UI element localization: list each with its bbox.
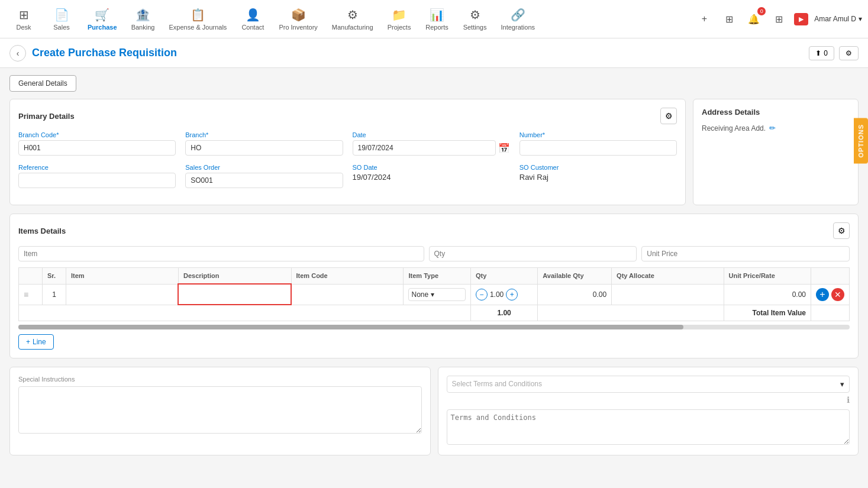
- col-description: Description: [178, 268, 291, 285]
- receiving-area-row: Receiving Area Add. ✏: [702, 124, 850, 132]
- qty-value: 1.00: [490, 290, 504, 299]
- options-sidebar[interactable]: OPTIONS: [854, 118, 868, 164]
- nav-desk-label: Desk: [16, 24, 31, 31]
- items-gear-button[interactable]: ⚙: [833, 222, 850, 239]
- so-customer-value: Ravi Raj: [519, 173, 677, 182]
- user-menu[interactable]: Amar Amul D ▾: [814, 15, 862, 23]
- sales-order-input[interactable]: [185, 173, 343, 188]
- add-item-input[interactable]: [18, 246, 424, 261]
- terms-textarea[interactable]: [447, 409, 850, 445]
- nav-desk[interactable]: ⊞ Desk: [6, 4, 41, 34]
- add-button[interactable]: +: [695, 9, 714, 28]
- terms-select[interactable]: Select Terms and Conditions ▾: [447, 376, 850, 393]
- upload-icon: ⬆: [815, 49, 821, 57]
- youtube-icon: ▶: [799, 15, 804, 23]
- terms-panel: Select Terms and Conditions ▾ ℹ: [438, 367, 859, 455]
- table-row: ≡ 1 None: [19, 284, 850, 305]
- back-button[interactable]: ‹: [9, 45, 26, 62]
- nav-reports[interactable]: 📊 Reports: [420, 4, 455, 34]
- branch-code-group: Branch Code*: [18, 131, 176, 156]
- nav-settings[interactable]: ⚙ Settings: [457, 4, 493, 34]
- item-cell-input[interactable]: [71, 290, 173, 299]
- branch-input[interactable]: [185, 140, 343, 156]
- nav-banking-label: Banking: [131, 24, 155, 31]
- so-customer-group: SO Customer Ravi Raj: [519, 164, 677, 188]
- nav-expense[interactable]: 📋 Expense & Journals: [163, 4, 233, 34]
- address-details-panel: Address Details Receiving Area Add. ✏: [693, 99, 859, 205]
- branch-label: Branch*: [185, 131, 343, 138]
- row-actions: + ✕: [816, 288, 844, 301]
- notification-area[interactable]: 🔔 0: [744, 9, 763, 28]
- add-qty-input[interactable]: [429, 246, 637, 261]
- page-title: Create Purchase Requisition: [32, 47, 177, 59]
- nav-right: + ⊞ 🔔 0 ⊞ ▶ Amar Amul D ▾: [695, 9, 862, 28]
- col-actions: [811, 268, 850, 285]
- so-date-label: SO Date: [353, 164, 510, 171]
- nav-contact[interactable]: 👤 Contact: [235, 4, 270, 34]
- reference-input[interactable]: [18, 173, 176, 188]
- nav-integrations[interactable]: 🔗 Integrations: [495, 4, 541, 34]
- nav-projects-label: Projects: [388, 24, 411, 31]
- item-type-select[interactable]: None ▾: [408, 288, 465, 301]
- qty-minus-button[interactable]: −: [476, 289, 488, 300]
- delete-row-button[interactable]: ✕: [831, 288, 844, 301]
- counter-value: 0: [824, 49, 828, 57]
- receiving-area-edit[interactable]: ✏: [769, 124, 776, 132]
- grid-button[interactable]: ⊞: [719, 9, 738, 28]
- add-row-button[interactable]: +: [816, 288, 829, 301]
- drag-handle-cell[interactable]: ≡: [19, 284, 43, 305]
- reference-label: Reference: [18, 164, 176, 171]
- nav-contact-label: Contact: [241, 24, 264, 31]
- item-code-cell[interactable]: [291, 284, 404, 305]
- item-code-cell-input[interactable]: [296, 290, 398, 299]
- nav-projects[interactable]: 📁 Projects: [382, 4, 417, 34]
- number-input[interactable]: [519, 140, 677, 156]
- total-row: 1.00 Total Item Value: [19, 305, 850, 321]
- item-type-cell[interactable]: None ▾: [404, 284, 470, 305]
- nav-pro-inventory[interactable]: 📦 Pro Inventory: [273, 4, 323, 34]
- items-details-title: Items Details ⚙: [18, 222, 850, 239]
- pro-inventory-icon: 📦: [291, 8, 306, 22]
- top-nav: ⊞ Desk 📄 Sales 🛒 Purchase 🏦 Banking 📋 Ex…: [0, 0, 868, 38]
- qty-allocate-cell[interactable]: [612, 284, 724, 305]
- item-cell[interactable]: [66, 284, 179, 305]
- nav-banking[interactable]: 🏦 Banking: [125, 4, 161, 34]
- qty-plus-button[interactable]: +: [506, 289, 518, 300]
- available-qty-cell: 0.00: [538, 284, 612, 305]
- nav-pro-inventory-label: Pro Inventory: [279, 24, 317, 31]
- settings-gear-button[interactable]: ⚙: [839, 46, 859, 60]
- qty-cell[interactable]: − 1.00 +: [470, 284, 537, 305]
- nav-settings-label: Settings: [463, 24, 487, 31]
- counter-button[interactable]: ⬆ 0: [809, 46, 834, 60]
- desk-icon: ⊞: [19, 8, 29, 22]
- items-table-body: ≡ 1 None: [19, 284, 850, 321]
- special-instructions-textarea[interactable]: [18, 386, 422, 434]
- total-label-cell: Total Item Value: [724, 305, 811, 321]
- add-unit-price-input[interactable]: [641, 246, 850, 261]
- nav-sales[interactable]: 📄 Sales: [44, 4, 79, 34]
- reports-icon: 📊: [430, 8, 444, 22]
- calendar-icon[interactable]: 📅: [498, 143, 510, 154]
- sr-cell: 1: [43, 284, 66, 305]
- add-line-button[interactable]: + Line: [18, 334, 54, 350]
- description-cell[interactable]: [178, 284, 291, 305]
- nav-manufacturing[interactable]: ⚙ Manufacturing: [326, 4, 379, 34]
- number-group: Number*: [519, 131, 677, 156]
- qty-allocate-input[interactable]: [617, 290, 718, 299]
- description-cell-input[interactable]: [183, 290, 286, 299]
- apps-button[interactable]: ⊞: [769, 9, 788, 28]
- date-input[interactable]: [353, 140, 496, 156]
- total-qty-cell: 1.00: [470, 305, 537, 321]
- terms-info-icon: ℹ: [847, 395, 850, 405]
- horizontal-scrollbar[interactable]: [18, 325, 850, 329]
- tab-general-details[interactable]: General Details: [9, 75, 76, 92]
- qty-control: − 1.00 +: [476, 289, 533, 300]
- primary-details-panel: Primary Details ⚙ Branch Code* Branch* D…: [9, 99, 686, 205]
- primary-gear-button[interactable]: ⚙: [660, 108, 677, 124]
- youtube-button[interactable]: ▶: [794, 13, 808, 25]
- nav-purchase[interactable]: 🛒 Purchase: [82, 4, 123, 34]
- primary-details-title: Primary Details ⚙: [18, 108, 677, 124]
- drag-handle-icon[interactable]: ≡: [24, 290, 28, 299]
- branch-code-input[interactable]: [18, 140, 176, 156]
- manufacturing-icon: ⚙: [347, 8, 358, 22]
